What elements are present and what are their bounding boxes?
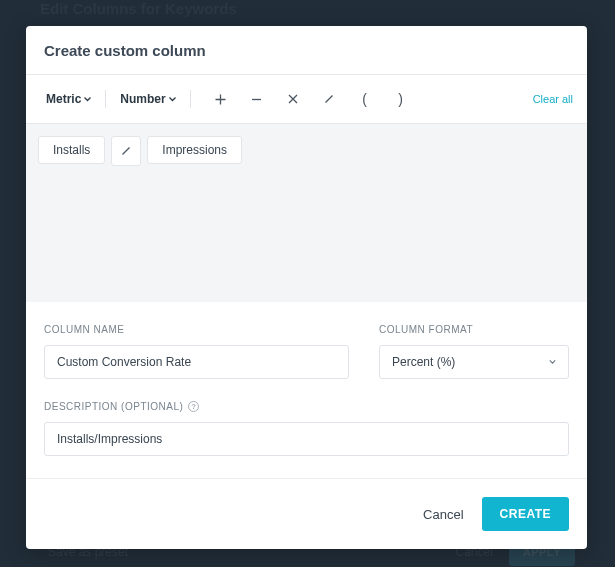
chevron-down-icon bbox=[169, 96, 176, 103]
description-input[interactable] bbox=[44, 422, 569, 456]
column-format-field: COLUMN FORMAT Percent (%) bbox=[379, 324, 569, 379]
cancel-button[interactable]: Cancel bbox=[423, 507, 463, 522]
operator-chip-divide[interactable] bbox=[111, 136, 141, 166]
metric-chip-impressions[interactable]: Impressions bbox=[147, 136, 242, 164]
operator-group: ( ) bbox=[203, 85, 419, 113]
minus-operator-button[interactable] bbox=[239, 85, 275, 113]
divide-operator-button[interactable] bbox=[311, 85, 347, 113]
column-name-input[interactable] bbox=[44, 345, 349, 379]
open-paren-button[interactable]: ( bbox=[347, 85, 383, 113]
form-row: COLUMN NAME COLUMN FORMAT Percent (%) bbox=[26, 302, 587, 385]
multiply-operator-button[interactable] bbox=[275, 85, 311, 113]
divider bbox=[105, 90, 106, 108]
metric-dropdown-label: Metric bbox=[46, 92, 81, 106]
column-format-value: Percent (%) bbox=[392, 355, 455, 369]
plus-icon bbox=[214, 93, 227, 106]
column-format-select[interactable]: Percent (%) bbox=[379, 345, 569, 379]
column-name-label: COLUMN NAME bbox=[44, 324, 349, 335]
plus-operator-button[interactable] bbox=[203, 85, 239, 113]
number-dropdown[interactable]: Number bbox=[114, 88, 181, 110]
minus-icon bbox=[250, 93, 263, 106]
modal-header: Create custom column bbox=[26, 26, 587, 75]
chevron-down-icon bbox=[84, 96, 91, 103]
modal-footer: Cancel CREATE bbox=[26, 478, 587, 549]
create-column-modal: Create custom column Metric Number bbox=[26, 26, 587, 549]
multiply-icon bbox=[287, 93, 299, 105]
chevron-down-icon bbox=[549, 359, 556, 366]
metric-dropdown[interactable]: Metric bbox=[40, 88, 97, 110]
formula-toolbar: Metric Number ( bbox=[26, 75, 587, 124]
divider bbox=[190, 90, 191, 108]
column-format-label: COLUMN FORMAT bbox=[379, 324, 569, 335]
metric-chip-installs[interactable]: Installs bbox=[38, 136, 105, 164]
column-name-field: COLUMN NAME bbox=[44, 324, 349, 379]
modal-title: Create custom column bbox=[44, 42, 569, 59]
close-paren-button[interactable]: ) bbox=[383, 85, 419, 113]
info-icon[interactable]: ? bbox=[188, 401, 199, 412]
divide-icon bbox=[120, 145, 132, 157]
description-section: DESCRIPTION (OPTIONAL) ? bbox=[26, 385, 587, 478]
description-label-text: DESCRIPTION (OPTIONAL) bbox=[44, 401, 183, 412]
formula-canvas[interactable]: Installs Impressions bbox=[26, 124, 587, 302]
number-dropdown-label: Number bbox=[120, 92, 165, 106]
description-label: DESCRIPTION (OPTIONAL) ? bbox=[44, 401, 569, 412]
divide-icon bbox=[323, 93, 335, 105]
clear-all-button[interactable]: Clear all bbox=[533, 93, 573, 105]
create-button[interactable]: CREATE bbox=[482, 497, 569, 531]
